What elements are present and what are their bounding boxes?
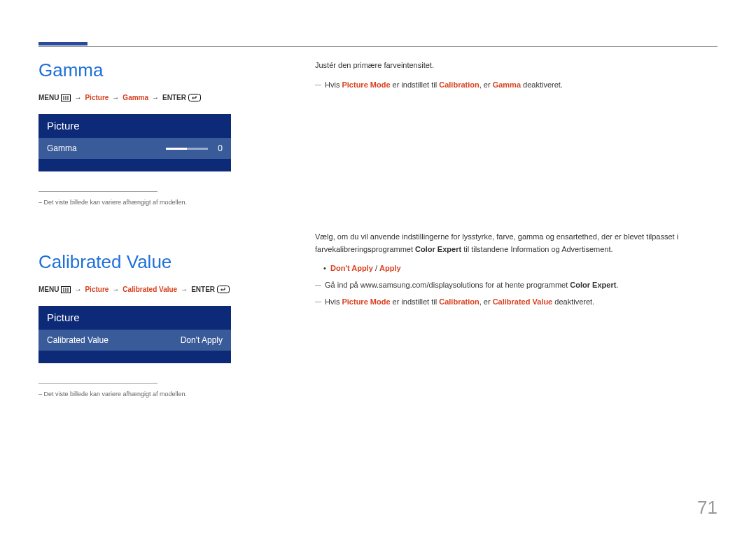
menu-label: MENU xyxy=(38,286,59,293)
calibrated-description: Vælg, om du vil anvende indstillingerne … xyxy=(315,231,718,255)
calibrated-note-download: Gå ind på www.samsung.com/displaysolutio… xyxy=(315,279,718,292)
arrow-icon: → xyxy=(181,286,188,293)
menu-icon xyxy=(61,286,71,293)
left-column: Gamma MENU → Picture → Gamma → ENTER Pic… xyxy=(38,59,273,398)
text: Hvis xyxy=(325,80,342,89)
preview-panel-gamma: Picture Gamma 0 xyxy=(38,114,231,171)
text: Hvis xyxy=(325,297,342,306)
calibration-ref: Calibration xyxy=(439,80,479,89)
preview-header: Picture xyxy=(38,114,231,138)
text: , er xyxy=(479,297,493,306)
menu-path-gamma: MENU → Picture → Gamma → ENTER xyxy=(38,94,273,101)
preview-footer xyxy=(38,351,231,363)
enter-icon xyxy=(217,286,230,293)
enter-icon xyxy=(188,94,201,101)
page-number: 71 xyxy=(697,497,718,519)
calibrated-text-block: Vælg, om du vil anvende indstillingerne … xyxy=(315,231,718,308)
arrow-icon: → xyxy=(112,94,119,101)
preview-row-value: 0 xyxy=(218,143,223,153)
calibrated-note-deactivated: Hvis Picture Mode er indstillet til Cali… xyxy=(315,296,718,309)
menu-label: MENU xyxy=(38,94,59,101)
path-gamma: Gamma xyxy=(122,94,148,101)
header-rule xyxy=(38,46,718,47)
section-calibrated: Calibrated Value MENU → Picture → Calibr… xyxy=(38,251,273,398)
header-accent-bar xyxy=(38,42,88,45)
gamma-note: Hvis Picture Mode er indstillet til Cali… xyxy=(315,79,718,92)
arrow-icon: → xyxy=(74,286,81,293)
text: deaktiveret. xyxy=(521,80,563,89)
text: deaktiveret. xyxy=(552,297,594,306)
path-picture: Picture xyxy=(85,286,108,293)
preview-row-value: Don't Apply xyxy=(181,335,223,345)
calibrated-options: Don't Apply / Apply xyxy=(315,262,718,275)
path-picture: Picture xyxy=(85,94,108,101)
preview-row-label: Calibrated Value xyxy=(47,335,108,345)
text: Gå ind på www.samsung.com/displaysolutio… xyxy=(325,281,570,289)
caption-rule xyxy=(38,383,158,384)
text: . xyxy=(616,281,618,289)
section-title-calibrated: Calibrated Value xyxy=(38,251,273,273)
caption-calibrated: – Det viste billede kan variere afhængig… xyxy=(38,391,273,398)
section-title-gamma: Gamma xyxy=(38,59,273,81)
calibrated-value-ref: Calibrated Value xyxy=(493,297,553,306)
gamma-description: Justér den primære farveintensitet. xyxy=(315,59,718,72)
text: til tilstandene Information og Advertise… xyxy=(461,245,612,253)
menu-path-calibrated: MENU → Picture → Calibrated Value → ENTE… xyxy=(38,286,273,293)
preview-row-label: Gamma xyxy=(47,143,77,153)
gamma-ref: Gamma xyxy=(493,80,521,89)
calibration-ref: Calibration xyxy=(439,297,479,306)
path-calibrated: Calibrated Value xyxy=(122,286,177,293)
color-expert-ref: Color Expert xyxy=(415,245,461,253)
preview-row-gamma: Gamma 0 xyxy=(38,138,231,159)
color-expert-ref: Color Expert xyxy=(570,281,616,289)
menu-icon xyxy=(61,94,71,101)
slider-indicator xyxy=(166,148,208,150)
text: er indstillet til xyxy=(391,297,440,306)
right-column: Justér den primære farveintensitet. Hvis… xyxy=(315,59,718,398)
preview-footer xyxy=(38,159,231,171)
caption-gamma: – Det viste billede kan variere afhængig… xyxy=(38,199,273,206)
picture-mode-ref: Picture Mode xyxy=(342,297,390,306)
arrow-icon: → xyxy=(152,94,159,101)
main-content: Gamma MENU → Picture → Gamma → ENTER Pic… xyxy=(38,59,718,398)
enter-label: ENTER xyxy=(191,286,215,293)
text: , er xyxy=(479,80,493,89)
enter-label: ENTER xyxy=(162,94,186,101)
option-apply: Apply xyxy=(379,264,401,272)
preview-row-calibrated: Calibrated Value Don't Apply xyxy=(38,330,231,351)
text: er indstillet til xyxy=(391,80,440,89)
picture-mode-ref: Picture Mode xyxy=(342,80,390,89)
option-dont-apply: Don't Apply xyxy=(330,264,373,272)
arrow-icon: → xyxy=(112,286,119,293)
preview-header: Picture xyxy=(38,306,231,330)
preview-panel-calibrated: Picture Calibrated Value Don't Apply xyxy=(38,306,231,363)
arrow-icon: → xyxy=(74,94,81,101)
separator: / xyxy=(373,264,379,272)
caption-rule xyxy=(38,191,158,192)
